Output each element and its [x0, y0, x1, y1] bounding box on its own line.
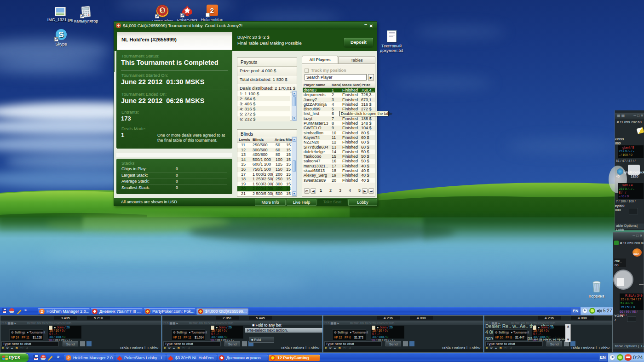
svg-text:S: S — [58, 30, 63, 39]
